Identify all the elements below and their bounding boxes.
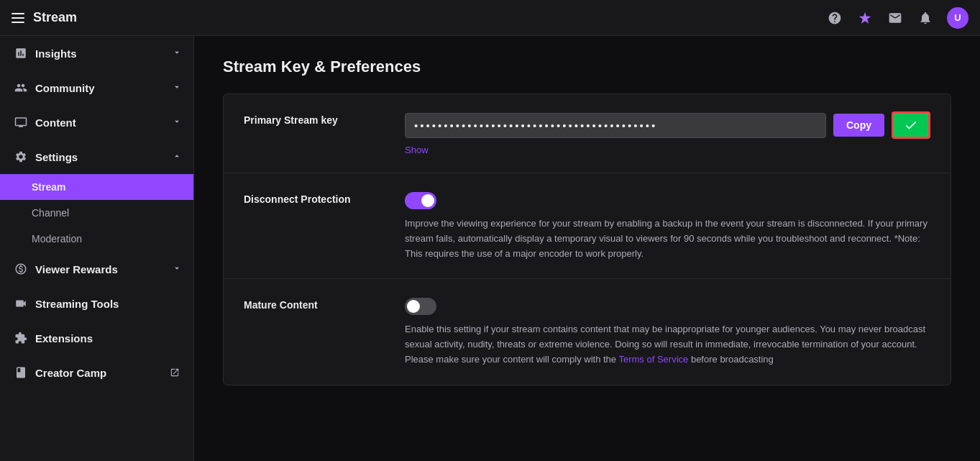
sidebar-item-settings-label: Settings xyxy=(35,151,78,163)
stream-key-label: Primary Stream key xyxy=(244,111,388,126)
main-content: Stream Key & Preferences Primary Stream … xyxy=(194,36,980,461)
page-title: Stream Key & Preferences xyxy=(223,58,951,76)
hamburger-button[interactable] xyxy=(12,13,24,23)
sidebar-item-extensions-label: Extensions xyxy=(35,332,93,344)
chevron-down-icon xyxy=(172,117,182,129)
disconnect-toggle-wrapper xyxy=(405,191,930,209)
sidebar-item-community-label: Community xyxy=(35,82,95,94)
sidebar-item-creator-camp-label: Creator Camp xyxy=(35,367,106,379)
sidebar-subitem-moderation-label: Moderation xyxy=(32,233,82,245)
disconnect-protection-toggle[interactable] xyxy=(405,192,436,209)
streaming-icon xyxy=(14,296,28,311)
tos-link[interactable]: Terms of Service xyxy=(618,354,688,365)
mature-content-row: Mature Content Enable this setting i xyxy=(244,296,930,367)
body-wrap: Insights Community C xyxy=(0,36,980,461)
chevron-down-icon xyxy=(172,263,182,275)
sidebar-item-viewer-rewards-label: Viewer Rewards xyxy=(35,263,118,275)
sidebar-item-content[interactable]: Content xyxy=(0,105,193,140)
sidebar-subitem-stream[interactable]: Stream xyxy=(0,174,193,200)
chevron-up-icon xyxy=(172,151,182,163)
community-icon xyxy=(14,81,28,95)
sidebar-item-settings[interactable]: Settings xyxy=(0,140,193,174)
chevron-down-icon xyxy=(172,82,182,94)
mail-icon[interactable] xyxy=(887,9,904,27)
sidebar-subitem-channel[interactable]: Channel xyxy=(0,200,193,226)
sidebar-item-community[interactable]: Community xyxy=(0,70,193,105)
sidebar: Insights Community C xyxy=(0,36,194,461)
mature-content-section: Mature Content Enable this setting i xyxy=(224,279,951,384)
creator-camp-icon xyxy=(14,365,28,380)
stream-key-input[interactable] xyxy=(405,113,826,138)
sidebar-item-creator-camp[interactable]: Creator Camp xyxy=(0,355,193,390)
chevron-down-icon xyxy=(172,47,182,60)
topnav: Stream U xyxy=(0,0,980,36)
help-icon[interactable] xyxy=(826,9,843,27)
rewards-icon xyxy=(14,262,28,276)
disconnect-protection-section: Disconnect Protection Improve the viewin… xyxy=(224,173,951,279)
chart-icon xyxy=(14,46,28,60)
stream-key-content: Copy Show xyxy=(405,111,930,155)
show-link[interactable]: Show xyxy=(405,145,930,155)
disconnect-protection-row: Disconnect Protection Improve the viewin… xyxy=(244,191,930,261)
sidebar-item-insights[interactable]: Insights xyxy=(0,36,193,70)
toggle-thumb xyxy=(421,194,434,207)
sidebar-item-viewer-rewards[interactable]: Viewer Rewards xyxy=(0,252,193,286)
external-link-icon xyxy=(168,365,182,380)
toggle-thumb xyxy=(407,300,420,313)
sidebar-item-streaming-tools[interactable]: Streaming Tools xyxy=(0,286,193,321)
settings-card: Primary Stream key Copy Show xyxy=(223,93,951,385)
avatar[interactable]: U xyxy=(947,7,968,29)
sidebar-item-streaming-tools-label: Streaming Tools xyxy=(35,298,119,310)
toggle-track xyxy=(405,298,436,315)
sidebar-subitem-stream-label: Stream xyxy=(32,181,65,193)
sidebar-item-extensions[interactable]: Extensions xyxy=(0,321,193,355)
confirm-button[interactable] xyxy=(892,111,930,139)
extensions-icon xyxy=(14,331,28,345)
topnav-right: U xyxy=(826,7,968,29)
settings-icon xyxy=(14,150,28,164)
sparkle-icon[interactable] xyxy=(856,9,874,27)
mature-toggle-wrapper xyxy=(405,296,930,315)
sidebar-item-insights-label: Insights xyxy=(35,47,77,60)
mature-content-description: Enable this setting if your stream conta… xyxy=(405,322,930,367)
toggle-track xyxy=(405,192,436,209)
copy-button[interactable]: Copy xyxy=(833,114,884,137)
stream-key-row: Primary Stream key Copy Show xyxy=(244,111,930,155)
stream-key-input-row: Copy xyxy=(405,111,930,139)
topnav-left: Stream xyxy=(12,10,826,25)
disconnect-protection-description: Improve the viewing experience for your … xyxy=(405,216,930,261)
disconnect-protection-label: Disconnect Protection xyxy=(244,191,388,205)
mature-content-content: Enable this setting if your stream conta… xyxy=(405,296,930,367)
sidebar-item-content-label: Content xyxy=(35,117,76,129)
mature-content-toggle[interactable] xyxy=(405,298,436,315)
content-icon xyxy=(14,115,28,129)
disconnect-protection-content: Improve the viewing experience for your … xyxy=(405,191,930,261)
sidebar-subitem-moderation[interactable]: Moderation xyxy=(0,226,193,252)
sidebar-subitem-channel-label: Channel xyxy=(32,207,69,219)
topnav-title: Stream xyxy=(33,10,77,25)
mature-content-label: Mature Content xyxy=(244,296,388,311)
primary-stream-key-section: Primary Stream key Copy Show xyxy=(224,94,951,173)
notification-icon[interactable] xyxy=(917,9,934,27)
